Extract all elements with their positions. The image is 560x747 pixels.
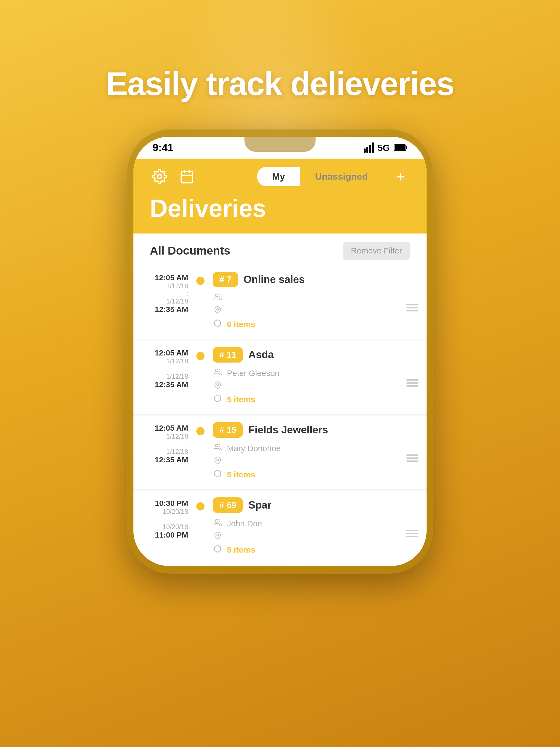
- person-icon: [213, 443, 223, 453]
- item-title-row: # 69 Spar: [213, 497, 398, 513]
- person-name: John Doe: [227, 519, 262, 528]
- person-icon: [213, 368, 223, 378]
- location-icon: [213, 381, 223, 391]
- remove-filter-button[interactable]: Remove Filter: [342, 242, 410, 260]
- item-badge: # 69: [213, 497, 243, 513]
- time-column: 10:30 PM 10/20/18 : 10/20/18 11:00 PM: [133, 491, 194, 565]
- item-count-row: 6 items: [213, 319, 398, 329]
- start-time: 12:05 AM: [155, 424, 188, 433]
- start-date: 1/12/18: [166, 282, 188, 290]
- svg-point-10: [215, 369, 218, 372]
- drag-handle[interactable]: [404, 416, 427, 489]
- status-dot-col: [194, 416, 207, 489]
- item-person-row: [213, 293, 398, 303]
- drag-line-3: [406, 310, 418, 311]
- table-row[interactable]: 12:05 AM 1/12/18 : 1/12/18 12:35 AM # 11…: [133, 340, 427, 414]
- svg-point-13: [217, 459, 219, 461]
- status-dot: [196, 352, 205, 360]
- item-badge: # 7: [213, 272, 238, 287]
- item-location-row: [213, 532, 398, 541]
- view-toggle[interactable]: My Unassigned: [257, 167, 383, 186]
- start-time: 12:05 AM: [155, 274, 188, 282]
- svg-rect-4: [181, 172, 192, 183]
- item-name: Asda: [248, 349, 274, 361]
- item-name: Online sales: [244, 274, 305, 285]
- item-count-label: 5 items: [227, 395, 255, 404]
- svg-rect-2: [394, 145, 405, 150]
- status-dot-col: [194, 265, 207, 339]
- drag-handle[interactable]: [404, 265, 427, 339]
- person-name: Mary Donohoe: [227, 444, 281, 453]
- item-title-row: # 11 Asda: [213, 347, 398, 363]
- toggle-unassigned-button[interactable]: Unassigned: [300, 167, 383, 186]
- status-dot-col: [194, 340, 207, 414]
- person-icon: [213, 518, 223, 529]
- toggle-my-button[interactable]: My: [257, 167, 300, 186]
- calendar-icon[interactable]: [177, 167, 196, 186]
- signal-bars-icon: [364, 143, 374, 153]
- svg-point-11: [217, 384, 219, 386]
- svg-point-12: [215, 444, 218, 447]
- drag-line-2: [406, 533, 418, 534]
- drag-line-2: [406, 307, 418, 308]
- status-dot-col: [194, 491, 207, 565]
- item-count-row: 5 items: [213, 394, 398, 404]
- drag-line-2: [406, 382, 418, 384]
- drag-line-1: [406, 530, 418, 531]
- phone-screen: 9:41 5G: [133, 137, 427, 566]
- drag-line-3: [406, 536, 418, 537]
- table-row[interactable]: 12:05 AM 1/12/18 : 1/12/18 12:35 AM # 15…: [133, 416, 427, 490]
- time-sep: :: [186, 365, 188, 373]
- box-icon: [213, 545, 223, 555]
- deliveries-title-bar: Deliveries: [133, 192, 427, 233]
- item-detail: # 69 Spar John Doe: [207, 491, 404, 565]
- item-count-row: 5 items: [213, 469, 398, 480]
- box-icon: [213, 394, 223, 404]
- end-date: 1/12/18: [166, 298, 188, 305]
- end-time: 12:35 AM: [155, 456, 188, 464]
- settings-icon[interactable]: [150, 167, 169, 186]
- time-column: 12:05 AM 1/12/18 : 1/12/18 12:35 AM: [133, 416, 194, 489]
- end-date: 1/12/18: [166, 448, 188, 456]
- person-icon: [213, 293, 223, 303]
- deliveries-list: All Documents Remove Filter 12:05 AM 1/1…: [133, 233, 427, 565]
- start-date: 10/20/18: [163, 508, 188, 515]
- drag-line-1: [406, 304, 418, 305]
- time-sep: :: [186, 440, 188, 448]
- status-bar: 9:41 5G: [133, 137, 427, 159]
- item-name: Spar: [248, 499, 271, 511]
- drag-handle[interactable]: [404, 491, 427, 565]
- start-date: 1/12/18: [166, 357, 188, 365]
- drag-line-3: [406, 385, 418, 387]
- svg-point-3: [157, 175, 161, 179]
- item-detail: # 15 Fields Jewellers Mary Donohoe: [207, 416, 404, 489]
- section-header: All Documents Remove Filter: [133, 233, 427, 265]
- drag-handle[interactable]: [404, 340, 427, 414]
- status-dot: [196, 427, 205, 435]
- table-row[interactable]: 10:30 PM 10/20/18 : 10/20/18 11:00 PM # …: [133, 491, 427, 565]
- location-icon: [213, 306, 223, 316]
- delivery-items-container: 12:05 AM 1/12/18 : 1/12/18 12:35 AM # 7 …: [133, 265, 427, 565]
- location-icon: [213, 457, 223, 466]
- notch-cutout: [245, 137, 315, 152]
- time-column: 12:05 AM 1/12/18 : 1/12/18 12:35 AM: [133, 265, 194, 339]
- svg-point-14: [215, 519, 218, 522]
- svg-point-8: [215, 294, 218, 297]
- person-name: Peter Gleeson: [227, 368, 279, 378]
- svg-point-15: [217, 534, 219, 536]
- item-location-row: [213, 306, 398, 316]
- item-count-label: 6 items: [227, 319, 255, 329]
- svg-rect-1: [406, 146, 407, 149]
- item-badge: # 11: [213, 347, 243, 363]
- drag-line-2: [406, 458, 418, 459]
- item-person-row: Peter Gleeson: [213, 368, 398, 378]
- section-title: All Documents: [150, 244, 230, 257]
- item-location-row: [213, 457, 398, 466]
- item-count-label: 5 items: [227, 545, 255, 555]
- add-delivery-button[interactable]: +: [391, 167, 410, 186]
- table-row[interactable]: 12:05 AM 1/12/18 : 1/12/18 12:35 AM # 7 …: [133, 265, 427, 339]
- item-detail: # 11 Asda Peter Gleeson: [207, 340, 404, 414]
- item-count-row: 5 items: [213, 545, 398, 555]
- box-icon: [213, 319, 223, 329]
- end-time: 12:35 AM: [155, 305, 188, 314]
